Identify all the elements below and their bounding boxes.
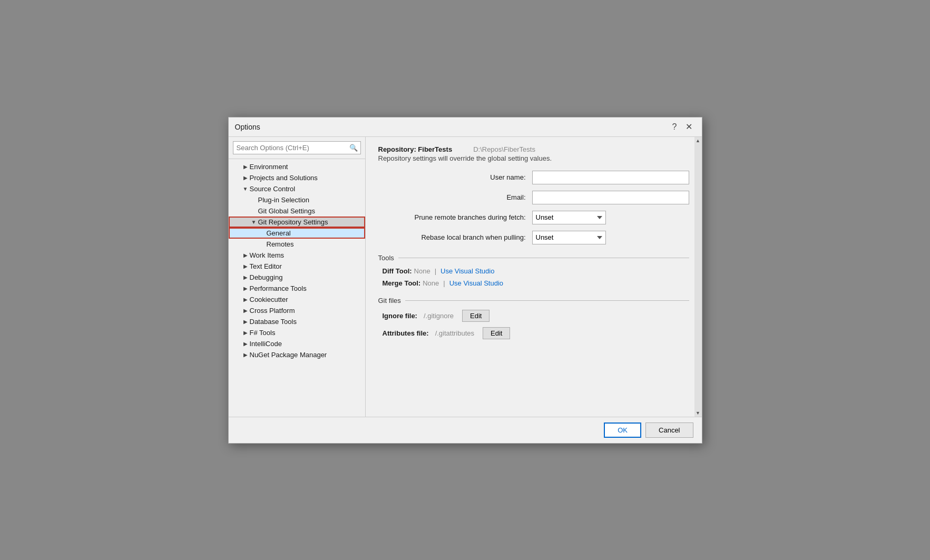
sidebar-item-debugging[interactable]: ▶ Debugging — [229, 272, 365, 283]
toggle-icon: ▶ — [241, 352, 250, 358]
sidebar-item-source-control[interactable]: ▼ Source Control — [229, 183, 365, 194]
toggle-icon: ▶ — [241, 330, 250, 336]
form-section: User name: Email: Prune remote branches … — [378, 171, 689, 244]
merge-tool-val: None — [423, 279, 439, 287]
toggle-icon: ▶ — [241, 164, 250, 170]
sidebar-item-label: Environment — [250, 163, 288, 171]
username-input[interactable] — [532, 171, 689, 184]
sidebar-item-performance-tools[interactable]: ▶ Performance Tools — [229, 283, 365, 294]
merge-tool-link[interactable]: Use Visual Studio — [449, 279, 503, 287]
close-button[interactable]: ✕ — [682, 122, 696, 132]
toggle-icon: ▶ — [241, 252, 250, 258]
ignore-file-key: Ignore file: — [383, 312, 417, 320]
sidebar-item-label: Debugging — [250, 273, 283, 281]
sidebar-item-cross-platform[interactable]: ▶ Cross Platform — [229, 305, 365, 316]
sidebar-item-git-global-settings[interactable]: Git Global Settings — [229, 205, 365, 217]
toggle-icon: ▶ — [241, 308, 250, 313]
attributes-edit-button[interactable]: Edit — [483, 327, 510, 339]
scroll-down-arrow[interactable]: ▼ — [696, 410, 700, 416]
git-files-section-divider: Git files — [378, 297, 689, 304]
toggle-icon: ▼ — [241, 186, 250, 192]
dialog-titlebar: Options ? ✕ — [229, 117, 702, 137]
ignore-edit-button[interactable]: Edit — [462, 310, 490, 322]
toggle-icon: ▶ — [241, 274, 250, 280]
toggle-icon: ▼ — [250, 219, 258, 225]
sidebar-item-text-editor[interactable]: ▶ Text Editor — [229, 261, 365, 272]
username-label: User name: — [378, 173, 526, 181]
sidebar-item-environment[interactable]: ▶ Environment — [229, 161, 365, 172]
sidebar-item-label: Git Global Settings — [258, 207, 315, 215]
sidebar-item-label: Work Items — [250, 251, 285, 259]
sidebar-item-label: Cookiecutter — [250, 296, 288, 303]
sidebar-item-plugin-selection[interactable]: Plug-in Selection — [229, 194, 365, 205]
sidebar-item-label: General — [267, 229, 291, 237]
sidebar-item-label: IntelliCode — [250, 340, 282, 348]
diff-tool-key: Diff Tool: — [383, 267, 412, 275]
right-panel: ▲ ▼ Repository: FiberTests D:\Repos\Fibe… — [366, 137, 702, 417]
merge-tool-sep: | — [443, 279, 445, 287]
sidebar-item-label: Database Tools — [250, 318, 297, 326]
repo-path: D:\Repos\FiberTests — [473, 145, 535, 153]
sidebar-item-general[interactable]: General — [229, 228, 365, 239]
search-box-wrap: 🔍 — [229, 137, 365, 159]
tools-section-label: Tools — [378, 254, 394, 262]
dialog-footer: OK Cancel — [229, 417, 702, 443]
options-dialog: Options ? ✕ 🔍 ▶ Environment ▶ Proj — [228, 117, 702, 444]
sidebar-item-label: Projects and Solutions — [250, 174, 318, 182]
cancel-button[interactable]: Cancel — [645, 423, 693, 438]
sidebar-item-label: Git Repository Settings — [258, 218, 328, 226]
sidebar-item-work-items[interactable]: ▶ Work Items — [229, 250, 365, 261]
sidebar-item-cookiecutter[interactable]: ▶ Cookiecutter — [229, 294, 365, 305]
toggle-icon: ▶ — [241, 319, 250, 325]
rebase-select[interactable]: Unset True False — [532, 231, 606, 244]
rebase-row: Rebase local branch when pulling: Unset … — [378, 231, 689, 244]
email-label: Email: — [378, 193, 526, 201]
toggle-icon: ▶ — [241, 297, 250, 302]
toggle-icon: ▶ — [241, 341, 250, 347]
merge-tool-key: Merge Tool: — [383, 279, 421, 287]
email-input[interactable] — [532, 191, 689, 204]
sidebar-item-label: Remotes — [267, 240, 294, 248]
ok-button[interactable]: OK — [604, 423, 641, 438]
scroll-up-arrow[interactable]: ▲ — [696, 138, 700, 143]
sidebar-item-git-repo-settings[interactable]: ▼ Git Repository Settings — [229, 217, 365, 228]
prune-select[interactable]: Unset True False — [532, 211, 606, 224]
repo-name: Repository: FiberTests — [378, 145, 453, 153]
toggle-icon: ▶ — [241, 175, 250, 181]
git-files-divider-line — [405, 300, 689, 301]
help-button[interactable]: ? — [669, 122, 680, 132]
sidebar-item-label: Performance Tools — [250, 284, 307, 292]
sidebar-item-label: Cross Platform — [250, 307, 295, 315]
rebase-label: Rebase local branch when pulling: — [378, 233, 526, 241]
sidebar-item-label: NuGet Package Manager — [250, 351, 327, 359]
sidebar-item-label: Plug-in Selection — [258, 196, 310, 204]
tree-list: ▶ Environment ▶ Projects and Solutions ▼… — [229, 159, 365, 417]
search-input[interactable] — [233, 141, 361, 154]
scrollbar[interactable]: ▲ ▼ — [694, 137, 702, 417]
sidebar-item-nuget[interactable]: ▶ NuGet Package Manager — [229, 349, 365, 360]
attributes-file-val: /.gitattributes — [435, 329, 474, 337]
tools-divider-line — [398, 258, 689, 258]
repo-header-line1: Repository: FiberTests D:\Repos\FiberTes… — [378, 145, 689, 153]
sidebar-item-fsharp-tools[interactable]: ▶ F# Tools — [229, 327, 365, 338]
sidebar-item-label: Source Control — [250, 185, 296, 193]
ignore-file-row: Ignore file: /.gitignore Edit — [378, 310, 689, 322]
git-files-section-label: Git files — [378, 297, 401, 304]
sidebar-item-database-tools[interactable]: ▶ Database Tools — [229, 316, 365, 327]
sidebar-item-intellicode[interactable]: ▶ IntelliCode — [229, 338, 365, 349]
sidebar-item-label: F# Tools — [250, 329, 276, 337]
sidebar-item-projects-solutions[interactable]: ▶ Projects and Solutions — [229, 172, 365, 183]
titlebar-buttons: ? ✕ — [669, 122, 696, 132]
diff-tool-sep: | — [435, 267, 436, 275]
diff-tool-row: Diff Tool: None | Use Visual Studio — [378, 267, 689, 275]
merge-tool-row: Merge Tool: None | Use Visual Studio — [378, 279, 689, 287]
dialog-title: Options — [235, 123, 260, 131]
email-row: Email: — [378, 191, 689, 204]
username-row: User name: — [378, 171, 689, 184]
sidebar-item-remotes[interactable]: Remotes — [229, 239, 365, 250]
dialog-body: 🔍 ▶ Environment ▶ Projects and Solutions… — [229, 137, 702, 417]
diff-tool-val: None — [414, 267, 430, 275]
repo-subtitle: Repository settings will override the gl… — [378, 154, 689, 162]
left-panel: 🔍 ▶ Environment ▶ Projects and Solutions… — [229, 137, 366, 417]
diff-tool-link[interactable]: Use Visual Studio — [440, 267, 494, 275]
